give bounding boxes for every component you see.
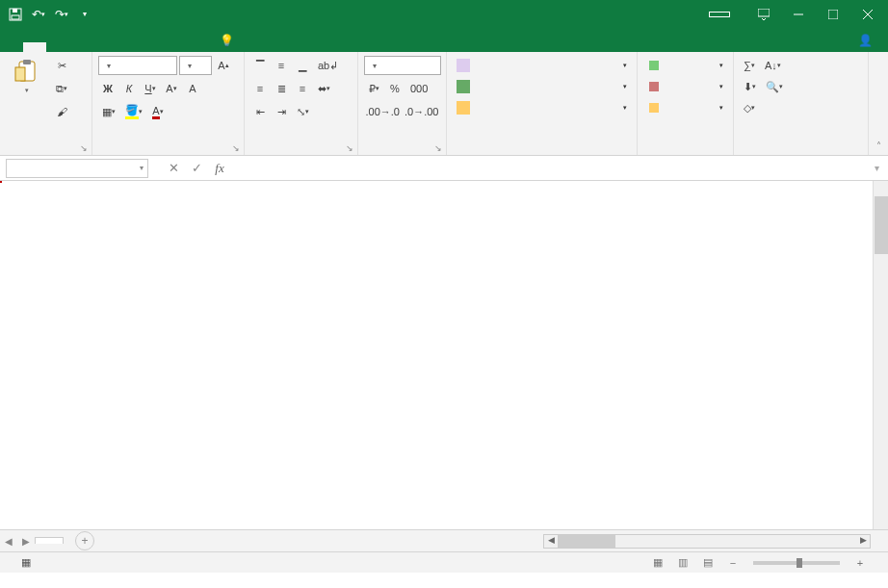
sheet-nav-prev[interactable]: ◀ (0, 536, 17, 547)
enter-formula-button[interactable]: ✓ (185, 159, 208, 178)
tab-file[interactable] (0, 42, 23, 52)
paste-button[interactable]: ▾ (6, 56, 48, 96)
decrease-decimal-button[interactable]: .0→.00 (404, 102, 441, 121)
align-right-button[interactable]: ≡ (293, 79, 312, 98)
clear-format-button[interactable]: A (183, 79, 202, 98)
collapse-ribbon-icon[interactable]: ˄ (876, 141, 881, 151)
tab-review[interactable] (139, 42, 162, 52)
font-name-combo[interactable]: ▾ (98, 56, 177, 75)
redo-icon[interactable]: ↷▾ (54, 7, 69, 22)
svg-rect-12 (457, 80, 470, 93)
status-bar: ▦ ▦ ▥ ▤ − + (0, 551, 888, 573)
comma-button[interactable]: 000 (406, 79, 431, 98)
borders-button[interactable]: ▦▾ (98, 102, 119, 121)
zoom-slider[interactable] (753, 561, 840, 565)
number-format-combo[interactable]: ▾ (364, 56, 441, 75)
indent-increase-button[interactable]: ⇥ (272, 102, 291, 121)
merge-button[interactable]: ⬌▾ (314, 79, 334, 98)
undo-icon[interactable]: ↶▾ (31, 7, 46, 22)
close-button[interactable] (851, 5, 884, 24)
fill-color-button[interactable]: 🪣▾ (121, 102, 146, 121)
spreadsheet-grid[interactable] (0, 181, 888, 529)
maximize-button[interactable] (817, 5, 849, 24)
vertical-scrollbar[interactable] (873, 181, 888, 529)
ribbon-tabs: 💡 👤 (0, 28, 888, 52)
fx-button[interactable]: fx (208, 159, 231, 178)
font-size-combo[interactable]: ▾ (179, 56, 212, 75)
group-font-title: ↘ (92, 149, 244, 155)
underline-button[interactable]: Ч▾ (141, 79, 160, 98)
tab-home[interactable] (23, 42, 46, 52)
align-top-button[interactable]: ▔ (250, 56, 270, 75)
conditional-format-button[interactable]: ▾ (453, 56, 631, 75)
expand-formula-bar-icon[interactable]: ▾ (865, 159, 888, 178)
autosum-button[interactable]: ∑▾ (740, 56, 759, 75)
tab-help[interactable] (185, 42, 208, 52)
insert-cells-button[interactable]: ▾ (643, 56, 727, 75)
orientation-button[interactable]: ⤡▾ (293, 102, 313, 121)
wrap-text-button[interactable]: ab↲ (314, 56, 342, 75)
format-as-table-button[interactable]: ▾ (453, 77, 631, 96)
svg-rect-15 (649, 82, 659, 91)
zoom-out-button[interactable]: − (722, 555, 744, 571)
format-painter-button[interactable]: 🖌 (52, 102, 71, 121)
delete-cells-button[interactable]: ▾ (643, 77, 727, 96)
bold-button[interactable]: Ж (98, 79, 118, 98)
align-left-button[interactable]: ≡ (250, 79, 270, 98)
format-cells-button[interactable]: ▾ (643, 98, 727, 117)
group-cells-title (638, 149, 733, 155)
find-select-button[interactable]: 🔍▾ (762, 77, 787, 96)
clear-button[interactable]: ◇▾ (740, 98, 759, 117)
bulb-icon: 💡 (220, 34, 234, 47)
save-icon[interactable] (8, 7, 23, 22)
tab-data[interactable] (116, 42, 139, 52)
formula-bar: ▾ ✕ ✓ fx ▾ (0, 156, 888, 181)
group-clipboard-title: ↘ (0, 149, 91, 155)
share-button[interactable]: 👤 (847, 29, 888, 52)
qat-customize-icon[interactable]: ▾ (77, 7, 92, 22)
italic-button[interactable]: К (119, 79, 139, 98)
cut-button[interactable]: ✂ (52, 56, 71, 75)
font-color-button[interactable]: A▾ (148, 102, 168, 121)
tab-insert[interactable] (46, 42, 69, 52)
cell-styles-button[interactable]: ▾ (453, 98, 631, 117)
tab-view[interactable] (162, 42, 185, 52)
macro-record-icon[interactable]: ▦ (21, 556, 31, 569)
align-center-button[interactable]: ≣ (272, 79, 291, 98)
minimize-button[interactable] (782, 5, 815, 24)
tell-me-button[interactable]: 💡 (208, 29, 249, 52)
clipboard-launcher-icon[interactable]: ↘ (80, 143, 88, 153)
grow-font-button[interactable]: A▴ (214, 56, 233, 75)
signin-button[interactable] (709, 12, 730, 17)
view-normal-button[interactable]: ▦ (647, 555, 668, 571)
align-middle-button[interactable]: ≡ (272, 56, 291, 75)
svg-rect-3 (758, 9, 770, 16)
svg-rect-5 (828, 10, 838, 19)
tab-formulas[interactable] (92, 42, 116, 52)
tab-page-layout[interactable] (69, 42, 92, 52)
sheet-nav-next[interactable]: ▶ (17, 536, 35, 547)
cancel-formula-button[interactable]: ✕ (162, 159, 185, 178)
sort-filter-button[interactable]: A↓▾ (761, 56, 785, 75)
currency-button[interactable]: ₽▾ (364, 79, 383, 98)
ribbon-options-icon[interactable] (747, 5, 780, 24)
fill-button[interactable]: ⬇▾ (740, 77, 760, 96)
add-sheet-button[interactable]: + (75, 531, 94, 550)
align-bottom-button[interactable]: ▁ (293, 56, 312, 75)
zoom-in-button[interactable]: + (849, 555, 871, 571)
name-box[interactable]: ▾ (6, 159, 148, 178)
align-launcher-icon[interactable]: ↘ (346, 143, 353, 153)
number-launcher-icon[interactable]: ↘ (434, 143, 442, 153)
sheet-tab[interactable] (35, 537, 64, 544)
horizontal-scrollbar[interactable]: ◀ ▶ (543, 534, 871, 549)
shrink-font-button[interactable]: A▾ (162, 79, 181, 98)
view-page-break-button[interactable]: ▤ (697, 555, 718, 571)
font-launcher-icon[interactable]: ↘ (232, 143, 240, 153)
percent-button[interactable]: % (385, 79, 405, 98)
copy-button[interactable]: ⧉▾ (52, 79, 71, 98)
formula-input[interactable] (231, 162, 865, 175)
increase-decimal-button[interactable]: .00→.0 (364, 102, 402, 121)
view-page-layout-button[interactable]: ▥ (672, 555, 693, 571)
indent-decrease-button[interactable]: ⇤ (250, 102, 270, 121)
svg-rect-11 (457, 59, 470, 72)
